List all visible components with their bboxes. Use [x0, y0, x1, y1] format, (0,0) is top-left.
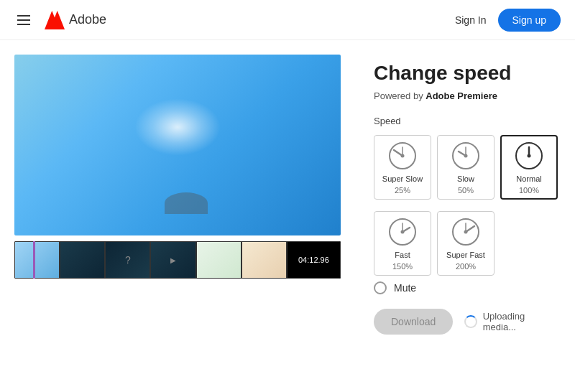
powered-by: Powered by Adobe Premiere	[374, 90, 558, 101]
mute-radio[interactable]	[374, 281, 387, 294]
video-preview	[14, 55, 341, 235]
thumb-5	[196, 241, 242, 279]
panel-title: Change speed	[374, 62, 558, 85]
speed-icon-normal	[513, 140, 545, 172]
speed-name-super-slow: Super Slow	[382, 174, 423, 183]
speed-options-row2: Fast 150% Super Fast 200%	[374, 211, 558, 276]
speed-name-super-fast: Super Fast	[446, 251, 485, 259]
sign-up-button[interactable]: Sign up	[498, 9, 561, 32]
sign-in-link[interactable]: Sign In	[455, 14, 487, 26]
right-panel: Change speed Powered by Adobe Premiere S…	[352, 40, 575, 392]
thumb-arrow: ▶	[170, 256, 176, 264]
speed-name-normal: Normal	[516, 174, 541, 183]
header-left: Adobe	[14, 10, 106, 30]
timeline: ? ▶ 04:12.96	[14, 241, 341, 279]
mute-row: Mute	[374, 281, 558, 294]
adobe-icon	[45, 10, 65, 30]
speed-pct-super-slow: 25%	[395, 186, 410, 195]
speed-icon-slow	[450, 140, 482, 172]
speed-label: Speed	[374, 116, 558, 126]
speed-pct-super-fast: 200%	[456, 262, 476, 271]
header: Adobe Sign In Sign up	[0, 0, 575, 40]
speed-pct-slow: 50%	[458, 186, 474, 195]
timeline-track[interactable]: ? ▶ 04:12.96	[14, 241, 341, 279]
header-right: Sign In Sign up	[455, 9, 561, 32]
uploading-status: Uploading media...	[464, 311, 558, 332]
thumb-4: ▶	[150, 241, 196, 279]
main-content: ? ▶ 04:12.96 Change speed Powered by Ado…	[0, 40, 575, 392]
speed-name-slow: Slow	[457, 174, 474, 183]
uploading-label: Uploading media...	[483, 311, 558, 332]
hamburger-menu[interactable]	[14, 12, 33, 28]
video-shadow	[165, 192, 208, 214]
speed-options-row1: Super Slow 25% Slow 50%	[374, 135, 558, 200]
svg-point-9	[464, 154, 468, 158]
thumb-1	[14, 241, 60, 279]
speed-pct-fast: 150%	[392, 262, 413, 271]
timeline-marker	[33, 241, 35, 279]
adobe-logo: Adobe	[45, 10, 106, 30]
speed-super-fast[interactable]: Super Fast 200%	[437, 211, 494, 276]
svg-point-5	[401, 154, 405, 158]
thumb-3: ?	[105, 241, 150, 279]
svg-point-21	[464, 230, 468, 234]
thumb-label: ?	[125, 254, 131, 266]
thumb-timestamp: 04:12.96	[287, 241, 341, 279]
speed-fast[interactable]: Fast 150%	[374, 211, 431, 276]
speed-super-slow[interactable]: Super Slow 25%	[374, 135, 431, 200]
speed-icon-fast	[387, 216, 418, 248]
speed-icon-super-fast	[450, 216, 482, 248]
speed-slow[interactable]: Slow 50%	[437, 135, 494, 200]
svg-point-17	[401, 230, 405, 234]
thumb-6	[242, 241, 287, 279]
download-button[interactable]: Download	[374, 309, 453, 335]
video-glow	[134, 98, 221, 156]
bottom-row: Download Uploading media...	[374, 309, 558, 335]
brand-name: Adobe	[69, 12, 106, 27]
svg-point-13	[528, 154, 531, 158]
mute-label: Mute	[394, 282, 416, 294]
upload-spinner	[464, 315, 477, 328]
speed-normal[interactable]: Normal 100%	[500, 135, 558, 200]
speed-icon-super-slow	[387, 140, 418, 172]
powered-by-brand: Adobe Premiere	[426, 90, 497, 101]
speed-name-fast: Fast	[395, 251, 410, 259]
thumb-2	[60, 241, 105, 279]
powered-by-prefix: Powered by	[374, 90, 426, 101]
video-section: ? ▶ 04:12.96	[0, 40, 352, 392]
speed-pct-normal: 100%	[519, 186, 539, 195]
